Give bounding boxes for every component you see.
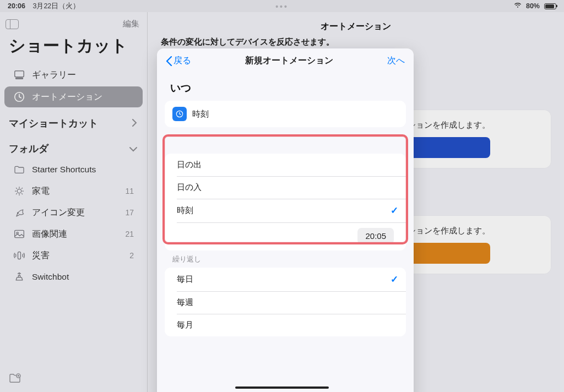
option-label: 毎月 (177, 320, 193, 330)
option-label: 毎週 (177, 297, 193, 308)
time-option-row[interactable]: 日の出 (165, 154, 406, 176)
sheet-title: 新規オートメーション (245, 55, 333, 67)
trigger-row: 時刻 (165, 101, 406, 127)
checkmark-icon: ✓ (391, 274, 398, 285)
next-button[interactable]: 次へ (387, 55, 405, 67)
checkmark-icon: ✓ (391, 205, 398, 216)
repeat-option-row[interactable]: 毎週 (165, 291, 406, 314)
option-label: 毎日 (177, 274, 193, 285)
section-when: いつ (157, 75, 414, 100)
time-trigger-row[interactable]: 時刻 (165, 101, 406, 127)
row-label: 時刻 (192, 109, 209, 119)
repeat-options-group: 毎日✓毎週毎月 (165, 268, 406, 336)
repeat-option-row[interactable]: 毎月 (165, 314, 406, 336)
home-indicator[interactable] (235, 386, 329, 389)
time-options-group: 日の出日の入時刻✓20:05 (165, 154, 406, 251)
clock-icon (172, 107, 187, 121)
option-label: 時刻 (177, 205, 193, 216)
option-label: 日の入 (177, 182, 202, 193)
option-label: 日の出 (177, 160, 202, 170)
back-button[interactable]: 戻る (166, 55, 191, 67)
time-value-row[interactable]: 20:05 (165, 222, 406, 251)
time-option-row[interactable]: 日の入 (165, 176, 406, 199)
section-repeat: 繰り返し (157, 252, 414, 266)
back-label: 戻る (173, 55, 191, 67)
time-option-row[interactable]: 時刻✓ (165, 199, 406, 222)
new-automation-sheet: 戻る 新規オートメーション 次へ いつ 時刻 日の出日の入時刻✓20:05 繰り… (157, 48, 414, 392)
time-picker[interactable]: 20:05 (357, 228, 394, 244)
repeat-option-row[interactable]: 毎日✓ (165, 268, 406, 291)
